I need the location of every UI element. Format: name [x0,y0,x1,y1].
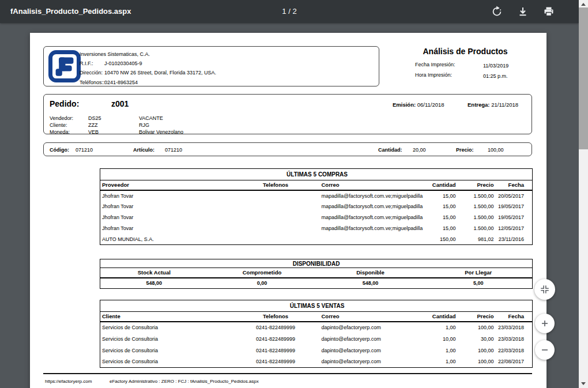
hora-impresion-label: Hora Impresión: [415,72,452,78]
column-header: Cantidad [427,180,456,190]
table-cell: 1.500,00 [456,190,494,201]
table-cell [231,234,321,245]
table-row: Jhofran Tovarmapadilla@factorysoft.com.v… [100,223,533,234]
table-cell: 1,00 [427,356,456,368]
table-cell: 15,00 [427,190,456,201]
table-row: Servicios de Consultoria0241-822489999da… [100,356,533,368]
table-cell: 15,00 [427,223,456,234]
hora-impresion-value: 01:25 p.m. [483,73,508,79]
table-cell: 19/05/2017 [494,201,533,212]
zoom-out-icon [540,345,550,355]
vendedor-codigo: DS25 [88,115,101,121]
document-page: Inversiones Sistematicas, C.A. R.I.F.: J… [30,33,546,388]
table-cell: 150,00 [427,234,456,245]
column-header: Por Llegar [425,268,533,278]
table-cell [231,201,321,212]
emision-label: Emisión: [393,101,416,108]
table-row: 548,000,00548,005,00 [100,278,533,289]
table-row: Servicios de Consultoria0241-822489999da… [100,333,533,345]
articulo-label: Artículo: [133,143,154,157]
company-logo-icon [48,50,81,82]
table-cell [231,212,321,223]
column-header: Disponible [316,268,425,278]
table-row: Servicios de Consultoria0241-822489999da… [100,345,533,356]
table-cell: 0241-822489999 [231,356,321,368]
fecha-impresion-label: Fecha Impresión: [415,62,455,67]
scroll-down-icon[interactable] [579,380,588,388]
table-cell: dapinto@efactoryerp.com [321,356,427,368]
print-icon[interactable] [542,5,555,18]
column-header: Correo [321,180,427,190]
column-header: Precio [456,312,494,322]
table-cell: mapadilla@factorysoft.com.ve;miguelpadil… [321,201,427,212]
ventas-table: ÚLTIMAS 5 VENTAS ClienteTelefonosCorreoC… [100,300,533,368]
fit-to-page-button[interactable] [534,279,555,300]
vendedor-nombre: VACANTE [139,115,163,121]
entrega-value: 21/11/2018 [491,101,518,108]
telefonos-label: Teléfonos:: [80,80,105,85]
table-row: AUTO MUNDIAL, S.A.150,00981,0223/11/2016 [100,234,533,245]
scrollbar[interactable] [579,0,588,388]
download-icon[interactable] [517,5,529,18]
cliente-nombre: RJG [139,122,149,128]
table-cell [231,190,321,201]
codigo-label: Código: [50,143,69,157]
footer-url: https://efactoryerp.com [45,379,92,384]
column-header: Proveedor [100,180,231,190]
direccion-label: Dirección: [80,70,103,76]
emision: Emisión: 06/11/2018 [393,101,444,108]
table-cell: 1,00 [427,345,456,356]
table-cell: 100,00 [456,356,494,368]
fit-to-page-icon [540,284,550,295]
table-cell: 0241-822489999 [231,322,321,333]
column-header: Telefonos [231,312,321,322]
zoom-out-button[interactable] [535,340,555,360]
table-cell: 1.500,00 [456,223,494,234]
table-cell: 981,02 [456,234,494,245]
footer-divider [43,373,532,374]
ventas-body: Servicios de Consultoria0241-822489999da… [100,322,533,368]
disponibilidad-title: DISPONIBILIDAD [100,259,533,268]
rif-value: J-0102030405-9 [104,61,142,66]
company-name: Inversiones Sistematicas, C.A. [80,51,150,57]
table-row: Servicios de Consultoria0241-822489999da… [100,322,533,333]
table-cell: 1.500,00 [456,212,494,223]
scroll-up-icon[interactable] [579,0,588,8]
table-cell: 0241-822489999 [231,345,321,356]
scrollbar-thumb[interactable] [579,7,588,149]
table-cell [231,223,321,234]
zoom-in-icon [540,318,550,329]
company-info-box: Inversiones Sistematicas, C.A. R.I.F.: J… [43,46,379,86]
zoom-in-button[interactable] [535,314,555,333]
disponibilidad-table: DISPONIBILIDAD Stock ActualComprometidoD… [100,259,533,289]
table-cell: Jhofran Tovar [100,201,231,212]
column-header: Fecha [494,180,533,190]
rotate-icon[interactable] [491,5,503,18]
column-header: Comprometido [208,268,316,278]
table-cell: 1.500,00 [456,201,494,212]
column-header: Precio [456,180,494,190]
disponibilidad-header-row: Stock ActualComprometidoDisponiblePor Ll… [100,268,533,278]
pdf-toolbar: fAnalisis_Producto_Pedidos.aspx 1 / 2 [0,0,579,23]
table-cell: 30,00 [456,333,494,345]
table-cell: Servicios de Consultoria [100,333,231,345]
table-cell: 15,00 [427,201,456,212]
table-cell: 23/03/2018 [494,333,533,345]
table-cell: 19/05/2017 [494,212,533,223]
column-header: Telefonos [231,180,321,190]
articulo-value: 071210 [165,143,182,157]
cantidad-label: Cantidad: [378,143,402,157]
table-cell: 10,00 [427,333,456,345]
entrega: Entrega: 21/11/2018 [468,101,518,108]
compras-title: ÚLTIMAS 5 COMPRAS [100,169,533,180]
table-cell: 22/03/2018 [494,345,533,356]
rif-label: R.I.F.: [80,61,93,66]
table-row: Jhofran Tovarmapadilla@factorysoft.com.v… [100,212,533,223]
table-row: Jhofran Tovarmapadilla@factorysoft.com.v… [100,190,533,201]
compras-header-row: ProveedorTelefonosCorreoCantidadPrecioFe… [100,180,533,190]
table-cell: 100,00 [456,345,494,356]
table-cell: 0,00 [208,278,316,289]
pedido-label: Pedido: [50,99,79,108]
table-cell: dapinto@efactoryerp.com [321,345,427,356]
table-cell: mapadilla@factorysoft.com.ve;miguelpadil… [321,212,427,223]
